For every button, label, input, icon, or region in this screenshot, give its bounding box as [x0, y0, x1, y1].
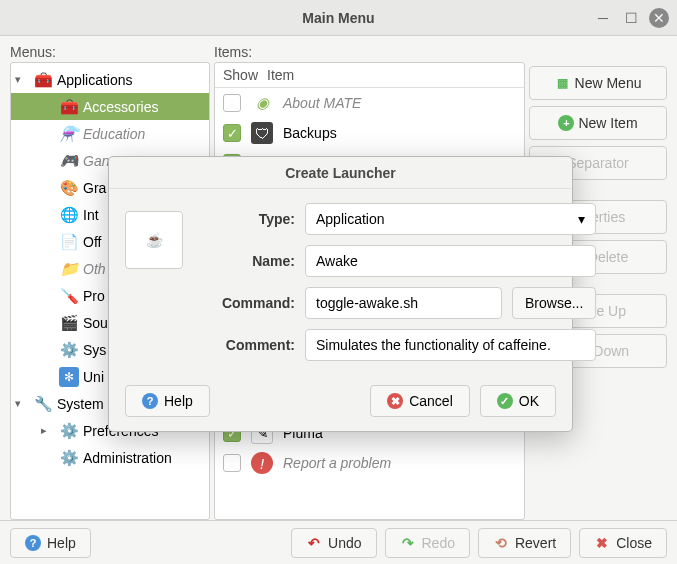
revert-button[interactable]: ⟲Revert: [478, 528, 571, 558]
item-row[interactable]: ◉ About MATE: [215, 88, 524, 118]
dialog-body: ☕ Type: Application ▾ Name: Command: Bro…: [109, 189, 572, 375]
items-label: Items:: [214, 44, 525, 60]
button-label: Close: [616, 535, 652, 551]
button-label: Separator: [567, 155, 628, 171]
help-icon: ?: [142, 393, 158, 409]
item-label: About MATE: [283, 95, 361, 111]
minimize-button[interactable]: ─: [593, 8, 613, 28]
button-label: Redo: [422, 535, 455, 551]
type-select[interactable]: Application ▾: [305, 203, 596, 235]
revert-icon: ⟲: [493, 535, 509, 551]
new-menu-button[interactable]: ▦New Menu: [529, 66, 667, 100]
dialog-help-button[interactable]: ?Help: [125, 385, 210, 417]
menus-label: Menus:: [10, 44, 210, 60]
tree-label: Administration: [83, 450, 172, 466]
header-item: Item: [267, 67, 294, 83]
command-input[interactable]: [305, 287, 502, 319]
comment-label: Comment:: [195, 337, 295, 353]
tree-item-accessories[interactable]: 🧰 Accessories: [11, 93, 209, 120]
preferences-icon: ⚙️: [59, 421, 79, 441]
tree-label: Pro: [83, 288, 105, 304]
coffee-icon: ☕: [146, 232, 163, 248]
tree-label: Education: [83, 126, 145, 142]
system-icon: 🔧: [33, 394, 53, 414]
help-icon: ?: [25, 535, 41, 551]
browse-button[interactable]: Browse...: [512, 287, 596, 319]
window-controls: ─ ☐ ✕: [593, 8, 669, 28]
tree-label: Sys: [83, 342, 106, 358]
item-label: Report a problem: [283, 455, 391, 471]
show-checkbox[interactable]: ✓: [223, 124, 241, 142]
window-title: Main Menu: [302, 10, 374, 26]
close-icon: ✖: [594, 535, 610, 551]
category-icon: 🎨: [59, 178, 79, 198]
close-button[interactable]: ✕: [649, 8, 669, 28]
category-icon: ✻: [59, 367, 79, 387]
dialog-cancel-button[interactable]: ✖Cancel: [370, 385, 470, 417]
category-icon: ⚙️: [59, 340, 79, 360]
show-checkbox[interactable]: [223, 454, 241, 472]
new-menu-icon: ▦: [555, 75, 571, 91]
name-input[interactable]: [305, 245, 596, 277]
redo-icon: ↷: [400, 535, 416, 551]
command-label: Command:: [195, 295, 295, 311]
type-value: Application: [316, 211, 385, 227]
header-show: Show: [223, 67, 267, 83]
tree-item-education[interactable]: ⚗️ Education: [11, 120, 209, 147]
create-launcher-dialog: Create Launcher ☕ Type: Application ▾ Na…: [108, 156, 573, 432]
tree-label: Applications: [57, 72, 133, 88]
footer: ?Help ↶Undo ↷Redo ⟲Revert ✖Close: [0, 520, 677, 564]
tree-label: System: [57, 396, 104, 412]
category-icon: 🧰: [59, 97, 79, 117]
chevron-down-icon: ▾: [578, 211, 585, 227]
button-label: Help: [164, 393, 193, 409]
comment-input[interactable]: [305, 329, 596, 361]
new-item-button[interactable]: +New Item: [529, 106, 667, 140]
tree-label: Int: [83, 207, 99, 223]
item-label: Backups: [283, 125, 337, 141]
category-icon: ⚗️: [59, 124, 79, 144]
button-label: Undo: [328, 535, 361, 551]
type-label: Type:: [195, 211, 295, 227]
tree-item-administration[interactable]: ⚙️ Administration: [11, 444, 209, 471]
redo-button[interactable]: ↷Redo: [385, 528, 470, 558]
titlebar: Main Menu ─ ☐ ✕: [0, 0, 677, 36]
show-checkbox[interactable]: [223, 94, 241, 112]
category-icon: 🪛: [59, 286, 79, 306]
category-icon: 📁: [59, 259, 79, 279]
button-label: Help: [47, 535, 76, 551]
tree-label: Off: [83, 234, 101, 250]
tree-label: Gan: [83, 153, 109, 169]
tree-label: Gra: [83, 180, 106, 196]
app-icon: !: [251, 452, 273, 474]
tree-label: Accessories: [83, 99, 158, 115]
button-label: New Item: [578, 115, 637, 131]
category-icon: 📄: [59, 232, 79, 252]
help-button[interactable]: ?Help: [10, 528, 91, 558]
undo-button[interactable]: ↶Undo: [291, 528, 376, 558]
dialog-ok-button[interactable]: ✓OK: [480, 385, 556, 417]
item-row[interactable]: ! Report a problem: [215, 448, 524, 478]
expander-icon[interactable]: ▸: [41, 424, 55, 437]
administration-icon: ⚙️: [59, 448, 79, 468]
applications-icon: 🧰: [33, 70, 53, 90]
launcher-icon-button[interactable]: ☕: [125, 211, 183, 269]
maximize-button[interactable]: ☐: [621, 8, 641, 28]
app-icon: ◉: [251, 92, 273, 114]
expander-icon[interactable]: ▾: [15, 397, 29, 410]
button-label: New Menu: [575, 75, 642, 91]
tree-label: Sou: [83, 315, 108, 331]
tree-root-applications[interactable]: ▾ 🧰 Applications: [11, 66, 209, 93]
button-label: OK: [519, 393, 539, 409]
dialog-title: Create Launcher: [109, 157, 572, 189]
button-label: Revert: [515, 535, 556, 551]
category-icon: 🌐: [59, 205, 79, 225]
app-icon: 🛡: [251, 122, 273, 144]
close-button-footer[interactable]: ✖Close: [579, 528, 667, 558]
item-row[interactable]: ✓ 🛡 Backups: [215, 118, 524, 148]
plus-icon: +: [558, 115, 574, 131]
tree-label: Uni: [83, 369, 104, 385]
expander-icon[interactable]: ▾: [15, 73, 29, 86]
ok-icon: ✓: [497, 393, 513, 409]
items-header: Show Item: [215, 63, 524, 88]
